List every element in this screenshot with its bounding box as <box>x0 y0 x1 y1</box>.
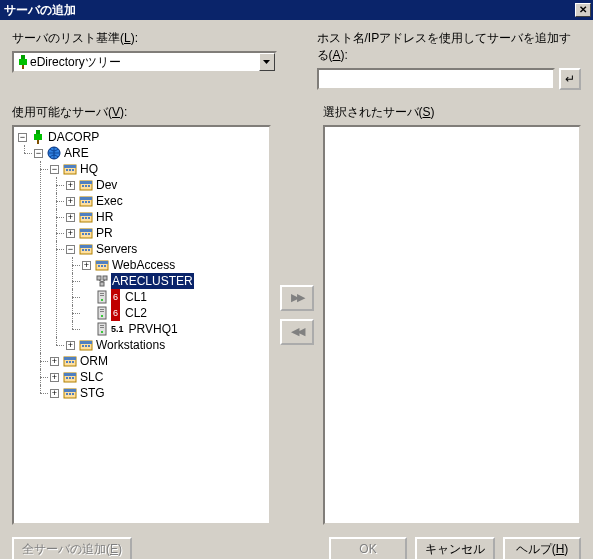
chevron-right-icon: ▶▶ <box>291 291 303 304</box>
window-title: サーバの追加 <box>4 2 76 19</box>
svg-marker-16 <box>263 60 270 64</box>
chevron-down-icon[interactable] <box>259 53 275 71</box>
list-basis-label: サーバのリスト基準(L): <box>12 30 277 47</box>
chevron-left-icon: ◀◀ <box>291 325 303 338</box>
tree-icon <box>31 130 45 144</box>
add-all-button[interactable]: 全サーバの追加(E) <box>12 537 132 559</box>
move-left-button[interactable]: ◀◀ <box>280 319 314 345</box>
tree-node-servers[interactable]: −Servers <box>66 241 267 257</box>
server-icon <box>95 322 109 336</box>
host-add-label: ホスト名/IPアドレスを使用してサーバを追加する(A): <box>317 30 582 64</box>
selected-label: 選択されたサーバ(S) <box>323 104 582 121</box>
expand-icon[interactable]: + <box>50 357 59 366</box>
tree-node-orm[interactable]: +ORM <box>50 353 267 369</box>
ou-icon <box>79 194 93 208</box>
tree-node-root[interactable]: − DACORP <box>18 129 267 145</box>
tree-node-are[interactable]: − ARE <box>34 145 267 161</box>
server-icon <box>95 290 109 304</box>
collapse-icon[interactable]: − <box>34 149 43 158</box>
expand-icon[interactable]: + <box>66 197 75 206</box>
expand-icon[interactable]: + <box>82 261 91 270</box>
list-basis-combo[interactable]: eDirectoryツリー <box>12 51 277 73</box>
ou-icon <box>63 354 77 368</box>
ou-icon <box>63 370 77 384</box>
ou-icon <box>63 162 77 176</box>
tree-node-pr[interactable]: +PR <box>66 225 267 241</box>
version-badge: 6 <box>111 305 120 321</box>
tree-node-dev[interactable]: +Dev <box>66 177 267 193</box>
host-submit-button[interactable]: ↵ <box>559 68 581 90</box>
tree-node-cl1[interactable]: 6CL1 <box>82 289 267 305</box>
ok-button[interactable]: OK <box>329 537 407 559</box>
ou-icon <box>63 386 77 400</box>
move-right-button[interactable]: ▶▶ <box>280 285 314 311</box>
selected-list[interactable] <box>323 125 582 525</box>
enter-icon: ↵ <box>565 72 575 86</box>
host-input[interactable] <box>317 68 556 90</box>
expand-icon[interactable]: + <box>50 389 59 398</box>
version-badge: 6 <box>111 289 120 305</box>
ou-icon <box>79 178 93 192</box>
version-badge: 5.1 <box>111 321 124 337</box>
tree-node-slc[interactable]: +SLC <box>50 369 267 385</box>
collapse-icon[interactable]: − <box>50 165 59 174</box>
cancel-button[interactable]: キャンセル <box>415 537 495 559</box>
tree-icon <box>16 55 30 69</box>
available-tree[interactable]: − DACORP − ARE <box>12 125 271 525</box>
title-bar: サーバの追加 ✕ <box>0 0 593 20</box>
combo-value: eDirectoryツリー <box>30 54 259 71</box>
collapse-icon[interactable]: − <box>18 133 27 142</box>
server-icon <box>95 306 109 320</box>
tree-node-arecluster[interactable]: ARECLUSTER <box>82 273 267 289</box>
tree-node-stg[interactable]: +STG <box>50 385 267 401</box>
expand-icon[interactable]: + <box>66 229 75 238</box>
cluster-icon <box>95 274 109 288</box>
tree-node-workstations[interactable]: +Workstations <box>66 337 267 353</box>
expand-icon[interactable]: + <box>50 373 59 382</box>
expand-icon[interactable]: + <box>66 341 75 350</box>
ou-icon <box>95 258 109 272</box>
tree-node-hq[interactable]: − HQ <box>50 161 267 177</box>
globe-icon <box>47 146 61 160</box>
tree-node-hr[interactable]: +HR <box>66 209 267 225</box>
ou-icon <box>79 242 93 256</box>
collapse-icon[interactable]: − <box>66 245 75 254</box>
tree-node-exec[interactable]: +Exec <box>66 193 267 209</box>
available-label: 使用可能なサーバ(V): <box>12 104 271 121</box>
expand-icon[interactable]: + <box>66 213 75 222</box>
ou-icon <box>79 338 93 352</box>
expand-icon[interactable]: + <box>66 181 75 190</box>
ou-icon <box>79 226 93 240</box>
help-button[interactable]: ヘルプ(H) <box>503 537 581 559</box>
ou-icon <box>79 210 93 224</box>
close-button[interactable]: ✕ <box>575 3 591 17</box>
tree-node-prvhq1[interactable]: 5.1PRVHQ1 <box>82 321 267 337</box>
tree-node-cl2[interactable]: 6CL2 <box>82 305 267 321</box>
tree-node-webaccess[interactable]: +WebAccess <box>82 257 267 273</box>
